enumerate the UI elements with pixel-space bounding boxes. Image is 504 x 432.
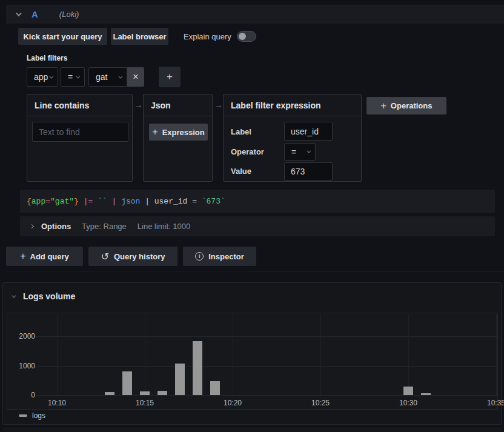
value-field-label: Value bbox=[231, 167, 251, 176]
datasource-hint: (Loki) bbox=[59, 10, 79, 19]
next-panel-edge bbox=[2, 428, 502, 432]
operation-title: Label filter expression bbox=[231, 101, 321, 110]
add-operations-button[interactable]: + Operations bbox=[366, 97, 446, 115]
chevron-down-icon bbox=[307, 149, 311, 153]
bar-10:15 bbox=[140, 391, 150, 395]
bar-10:19 bbox=[210, 381, 220, 395]
query-token: } bbox=[74, 197, 79, 206]
plus-icon: + bbox=[381, 101, 386, 111]
query-token bbox=[107, 197, 112, 206]
kick-start-query-button[interactable]: Kick start your query bbox=[18, 28, 107, 45]
y-gridline bbox=[36, 336, 499, 337]
label-field-label: Label bbox=[231, 127, 251, 136]
plus-icon: + bbox=[20, 251, 25, 262]
query-token: app bbox=[31, 197, 45, 206]
kick-start-query-label: Kick start your query bbox=[23, 32, 102, 41]
operation-json: Json + Expression bbox=[143, 94, 213, 182]
operator-field-select[interactable]: = bbox=[284, 143, 316, 161]
value-field-input[interactable]: 673 bbox=[284, 162, 333, 181]
y-axis-tick-label: 2000 bbox=[11, 332, 35, 341]
chart-legend[interactable]: logs bbox=[19, 411, 45, 420]
query-token: user_id = bbox=[154, 197, 202, 206]
operator-field-value: = bbox=[291, 147, 296, 157]
add-query-label: Add query bbox=[30, 252, 69, 261]
explore-page: A (Loki) Kick start your query Label bro… bbox=[0, 0, 504, 432]
label-filter-operator-value: = bbox=[68, 72, 73, 82]
x-axis-tick-label: 10:20 bbox=[219, 399, 246, 407]
explain-query-toggle[interactable] bbox=[237, 31, 256, 42]
operation-line-contains-title[interactable]: Line contains bbox=[27, 95, 132, 116]
bar-10:31 bbox=[421, 393, 431, 395]
operation-line-contains: Line contains Text to find bbox=[27, 94, 133, 182]
label-field-input[interactable]: user_id bbox=[284, 122, 333, 141]
x-axis-tick-label: 10:25 bbox=[307, 399, 334, 407]
close-icon: × bbox=[133, 71, 138, 82]
add-expression-button[interactable]: + Expression bbox=[149, 124, 208, 141]
y-axis-tick-label: 0 bbox=[11, 391, 35, 399]
bar-10:14 bbox=[122, 371, 132, 395]
label-browser-button[interactable]: Label browser bbox=[111, 28, 168, 45]
operation-json-title[interactable]: Json bbox=[144, 95, 212, 116]
collapse-logs-volume-chevron-icon[interactable] bbox=[12, 293, 16, 297]
options-line-limit: Line limit: 1000 bbox=[138, 222, 190, 231]
y-gridline bbox=[36, 395, 499, 396]
bar-10:18 bbox=[193, 341, 202, 395]
query-token: = bbox=[45, 197, 50, 206]
info-glyph: i bbox=[199, 253, 201, 259]
plus-icon: + bbox=[152, 127, 158, 138]
collapse-query-chevron-icon[interactable] bbox=[16, 10, 22, 16]
x-gridline bbox=[233, 314, 233, 395]
bar-10:30 bbox=[403, 387, 413, 395]
label-browser-label: Label browser bbox=[113, 32, 166, 41]
label-filter-key-select[interactable]: app bbox=[27, 67, 58, 87]
operator-field-label: Operator bbox=[231, 147, 264, 156]
label-field-value: user_id bbox=[291, 127, 319, 136]
logs-volume-panel: Logs volume 01000200010:1010:1510:2010:2… bbox=[2, 282, 502, 425]
query-row-header[interactable]: A (Loki) bbox=[6, 5, 504, 24]
logs-volume-header[interactable]: Logs volume bbox=[3, 283, 501, 310]
query-history-label: Query history bbox=[114, 252, 165, 261]
options-title: Options bbox=[41, 222, 71, 231]
bar-10:16 bbox=[158, 391, 167, 395]
operation-title: Line contains bbox=[35, 101, 89, 110]
chevron-down-icon bbox=[49, 74, 53, 78]
query-ref-id[interactable]: A bbox=[31, 9, 38, 19]
query-history-button[interactable]: ↺ Query history bbox=[88, 247, 177, 266]
legend-series-swatch-icon bbox=[19, 414, 27, 417]
plus-icon: + bbox=[167, 71, 173, 83]
line-contains-input[interactable]: Text to find bbox=[32, 122, 128, 142]
raw-query-text: {app="gat"} |= `` | json | user_id = `67… bbox=[27, 197, 225, 206]
x-gridline bbox=[408, 314, 409, 395]
add-label-filter-button[interactable]: + bbox=[159, 67, 181, 87]
x-axis-tick-label: 10:15 bbox=[131, 399, 158, 407]
pipeline-arrow-icon: → bbox=[134, 99, 143, 110]
logs-volume-chart: 01000200010:1010:1510:2010:2510:3010:35 bbox=[7, 313, 498, 410]
query-token: "gat" bbox=[50, 197, 74, 206]
add-query-button[interactable]: + Add query bbox=[6, 247, 83, 266]
query-options-row[interactable]: Options Type: Range Line limit: 1000 bbox=[20, 216, 495, 236]
raw-query-preview: {app="gat"} |= `` | json | user_id = `67… bbox=[20, 190, 495, 213]
label-filter-operator-select[interactable]: = bbox=[61, 67, 85, 87]
pipeline-arrow-icon: → bbox=[214, 99, 223, 110]
x-axis-tick-label: 10:30 bbox=[395, 399, 422, 407]
info-icon: i bbox=[195, 252, 204, 261]
x-axis-tick-label: 10:10 bbox=[44, 399, 70, 407]
chevron-down-icon bbox=[76, 74, 80, 78]
inspector-label: Inspector bbox=[208, 252, 244, 261]
x-gridline bbox=[320, 314, 321, 395]
inspector-button[interactable]: i Inspector bbox=[183, 247, 256, 266]
remove-label-filter-button[interactable]: × bbox=[127, 67, 144, 87]
options-type: Type: Range bbox=[82, 222, 127, 231]
divider bbox=[6, 271, 504, 271]
x-gridline bbox=[496, 314, 497, 395]
y-axis-tick-label: 1000 bbox=[11, 362, 35, 370]
query-token bbox=[116, 197, 121, 206]
logs-volume-title: Logs volume bbox=[23, 291, 75, 301]
legend-series-label: logs bbox=[32, 411, 45, 420]
query-token: { bbox=[27, 197, 31, 206]
explain-query-label: Explain query bbox=[184, 32, 231, 41]
query-token: `673` bbox=[202, 197, 225, 206]
operation-label-filter-expression-title[interactable]: Label filter expression bbox=[224, 95, 361, 116]
label-filter-value-select[interactable]: gat bbox=[88, 67, 127, 87]
bar-10:17 bbox=[175, 364, 185, 395]
